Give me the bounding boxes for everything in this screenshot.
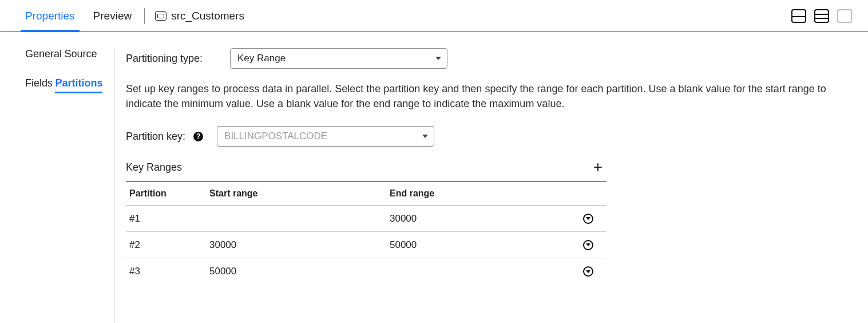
sidebar-item-source[interactable]: Source <box>65 48 97 60</box>
sidebar-item-partitions[interactable]: Partitions <box>55 77 102 93</box>
partitioning-type-label: Partitioning type: <box>126 53 222 65</box>
cell-end-range[interactable]: 30000 <box>386 213 566 224</box>
divider <box>144 8 145 24</box>
layout-split-triple-icon[interactable] <box>814 9 829 23</box>
partitioning-description: Set up key ranges to process data in par… <box>126 81 841 111</box>
cell-partition: #2 <box>126 239 206 251</box>
layout-switcher <box>791 9 852 23</box>
partitioning-type-select[interactable]: Key Range <box>230 48 447 69</box>
partitioning-type-row: Partitioning type: Key Range <box>126 48 854 69</box>
panel-header: Properties Preview src_Customers <box>0 0 868 32</box>
table-row: #3 50000 <box>126 258 607 285</box>
row-menu-button[interactable] <box>583 214 593 224</box>
partition-key-select[interactable]: BILLINGPOSTALCODE <box>217 126 434 147</box>
add-range-button[interactable]: + <box>589 159 607 175</box>
chevron-down-icon <box>435 57 441 60</box>
col-start-range: Start range <box>206 188 386 199</box>
partition-key-row: Partition key: ? BILLINGPOSTALCODE <box>126 126 854 147</box>
row-menu-button[interactable] <box>583 266 593 277</box>
panel-body: General Source Fields Partitions Partiti… <box>0 32 868 323</box>
table-row: #2 30000 50000 <box>126 232 607 258</box>
col-end-range: End range <box>386 188 566 199</box>
table-header: Partition Start range End range <box>126 182 607 206</box>
tab-properties[interactable]: Properties <box>23 0 77 31</box>
row-menu-button[interactable] <box>583 240 593 250</box>
cell-start-range[interactable]: 50000 <box>206 266 386 277</box>
key-ranges-table: Partition Start range End range #1 30000… <box>126 181 607 285</box>
chevron-down-icon <box>422 135 428 138</box>
partition-key-value: BILLINGPOSTALCODE <box>224 131 327 142</box>
properties-sidebar: General Source Fields Partitions <box>0 48 114 323</box>
key-ranges-title: Key Ranges <box>126 162 182 174</box>
cell-partition: #3 <box>126 266 206 277</box>
partition-key-label: Partition key: <box>126 131 185 143</box>
partitions-panel: Partitioning type: Key Range Set up key … <box>114 48 868 323</box>
header-tabs: Properties Preview <box>23 0 134 31</box>
col-partition: Partition <box>126 188 206 199</box>
cell-end-range[interactable]: 50000 <box>386 239 566 251</box>
source-breadcrumb: src_Customers <box>155 10 244 22</box>
cell-partition: #1 <box>126 213 206 224</box>
sidebar-item-fields[interactable]: Fields <box>25 77 53 89</box>
source-node-icon <box>155 11 167 21</box>
cell-start-range[interactable]: 30000 <box>206 239 386 251</box>
key-ranges-header: Key Ranges + <box>126 159 607 175</box>
partitioning-type-value: Key Range <box>237 53 286 64</box>
sidebar-item-general[interactable]: General <box>25 48 62 60</box>
table-row: #1 30000 <box>126 206 607 232</box>
source-name: src_Customers <box>171 10 244 22</box>
help-icon[interactable]: ? <box>193 132 203 141</box>
tab-preview[interactable]: Preview <box>91 0 134 31</box>
layout-split-horizontal-icon[interactable] <box>791 9 806 23</box>
layout-single-icon[interactable] <box>837 9 852 23</box>
